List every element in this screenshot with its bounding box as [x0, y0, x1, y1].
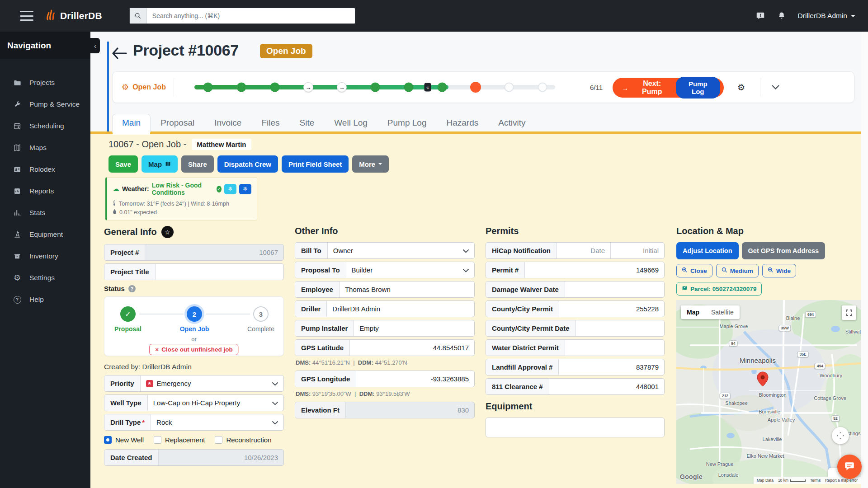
clearance-811-field[interactable]: 811 Clearance # 448001 — [486, 378, 665, 395]
tab-main[interactable]: Main — [112, 114, 151, 132]
step-dot-done[interactable] — [438, 83, 447, 92]
snowflake-badge-blue[interactable]: ❄ — [239, 184, 251, 194]
map-type-satellite-button[interactable]: Satellite — [705, 305, 740, 319]
progress-settings-button[interactable]: ⚙ — [737, 72, 745, 103]
tab-well-log[interactable]: Well Log — [324, 114, 377, 132]
driller-field[interactable]: Driller DrillerDB Admin — [295, 300, 475, 317]
step-dot-done[interactable] — [237, 83, 246, 92]
share-button[interactable]: Share — [181, 155, 214, 173]
scrollbar-track[interactable] — [861, 32, 868, 488]
fullscreen-button[interactable] — [842, 305, 856, 320]
step-dot-skipped[interactable]: → — [303, 82, 313, 92]
step-dot-todo[interactable] — [538, 83, 547, 92]
pump-installer-field[interactable]: Pump Installer Empty — [295, 320, 475, 337]
print-field-sheet-button[interactable]: Print Field Sheet — [282, 155, 349, 173]
chat-launcher-button[interactable] — [837, 455, 862, 479]
brand[interactable]: DrillerDB — [45, 9, 102, 23]
sidebar-item-pump-service[interactable]: Pump & Service — [0, 94, 90, 115]
star-favorite-icon[interactable]: ☆ — [161, 226, 174, 238]
help-icon[interactable]: ? — [128, 285, 136, 292]
priority-select[interactable]: Priority * Emergency — [104, 375, 284, 392]
sidebar-item-equipment[interactable]: Equipment — [0, 224, 90, 245]
calendar-icon — [13, 122, 22, 130]
sidebar-item-settings[interactable]: ⚙ Settings — [0, 267, 90, 289]
step-dot-next[interactable] — [470, 82, 481, 93]
damage-waiver-date-field[interactable]: Damage Waiver Date — [486, 281, 665, 298]
map-marker-pin[interactable] — [757, 371, 769, 389]
report-map-error-link[interactable]: Report a map error — [825, 478, 858, 483]
sidebar-item-rolodex[interactable]: Rolodex — [0, 159, 90, 180]
save-button[interactable]: Save — [108, 155, 138, 173]
county-city-permit-field[interactable]: County/City Permit 255228 — [486, 300, 665, 317]
sidebar-item-inventory[interactable]: Inventory — [0, 245, 90, 267]
tab-proposal[interactable]: Proposal — [151, 114, 204, 132]
step-dot-todo[interactable] — [505, 83, 514, 92]
tab-pump-log[interactable]: Pump Log — [377, 114, 437, 132]
hicap-date-input[interactable]: Date — [557, 243, 610, 258]
parcel-button[interactable]: Parcel: 0502724320079 — [676, 282, 762, 296]
snowflake-badge-cyan[interactable]: ❄ — [224, 184, 236, 194]
step-dot-done[interactable] — [203, 83, 213, 92]
status-step-proposal[interactable]: ✓ — [120, 306, 136, 322]
tab-site[interactable]: Site — [290, 114, 325, 132]
landfill-approval-field[interactable]: Landfill Approval # 837879 — [486, 359, 665, 375]
bell-icon[interactable] — [777, 11, 786, 21]
close-out-job-button[interactable]: × Close out unfinished job — [149, 344, 238, 355]
tab-files[interactable]: Files — [251, 114, 289, 132]
collapse-progress-button[interactable] — [772, 72, 779, 103]
zoom-medium-button[interactable]: Medium — [716, 264, 759, 277]
hamburger-menu-button[interactable] — [20, 11, 33, 21]
gps-latitude-field[interactable]: GPS Latitude 44.8545017 — [295, 339, 475, 356]
search-input[interactable] — [147, 8, 355, 23]
water-district-permit-field[interactable]: Water District Permit — [486, 339, 665, 356]
pan-control-button[interactable] — [832, 427, 849, 444]
gps-longitude-field[interactable]: GPS Longitude -93.3263885 — [295, 371, 475, 387]
back-button[interactable] — [110, 44, 128, 62]
map-button[interactable]: Map — [142, 155, 178, 173]
terms-link[interactable]: Terms — [810, 478, 821, 483]
sidebar-item-help[interactable]: ? Help — [0, 289, 90, 310]
county-city-permit-date-field[interactable]: County/City Permit Date — [486, 320, 665, 337]
bill-to-select[interactable]: Bill To Owner — [295, 242, 475, 259]
sidebar-item-stats[interactable]: Stats — [0, 202, 90, 224]
map-widget[interactable]: Maple Grove Blaine Stillwater Minneapoli… — [676, 300, 861, 484]
sidebar-item-projects[interactable]: Projects — [0, 72, 90, 94]
zoom-close-button[interactable]: Close — [676, 264, 712, 277]
next-step-button[interactable]: → Next: Pump Pump Log — [613, 78, 724, 98]
step-dot-done[interactable] — [371, 83, 380, 92]
get-gps-button[interactable]: Get GPS from Address — [742, 242, 826, 259]
sidebar-item-reports[interactable]: Reports — [0, 180, 90, 202]
step-dot-skipped[interactable]: → — [337, 82, 347, 92]
tab-invoice[interactable]: Invoice — [204, 114, 251, 132]
sidebar-item-scheduling[interactable]: Scheduling — [0, 115, 90, 137]
well-type-select[interactable]: Well Type Low-Cap on Hi-Cap Property — [104, 394, 284, 411]
adjust-location-button[interactable]: Adjust Location — [676, 242, 739, 259]
map-type-map-button[interactable]: Map — [681, 305, 705, 319]
equipment-input[interactable] — [486, 418, 665, 437]
pump-log-pill[interactable]: Pump Log — [676, 77, 720, 99]
chevron-down-icon — [463, 266, 469, 274]
drill-type-select[interactable]: Drill Type* Rock — [104, 414, 284, 431]
feedback-icon[interactable] — [755, 11, 765, 21]
sidebar-collapse-handle[interactable]: ‹ — [90, 38, 100, 53]
employee-field[interactable]: Employee Thomas Brown — [295, 281, 475, 298]
dispatch-crew-button[interactable]: Dispatch Crew — [217, 155, 278, 173]
project-title-input[interactable] — [156, 264, 283, 280]
hicap-initial-input[interactable]: Initial — [610, 243, 664, 258]
status-step-complete[interactable]: 3 — [253, 306, 269, 322]
tab-hazards[interactable]: Hazards — [436, 114, 488, 132]
tab-activity[interactable]: Activity — [488, 114, 535, 132]
user-menu[interactable]: DrillerDB Admin — [798, 12, 855, 20]
zoom-out-icon — [768, 267, 774, 274]
replacement-checkbox[interactable] — [154, 436, 161, 444]
reconstruction-checkbox[interactable] — [215, 436, 222, 444]
more-button[interactable]: More — [352, 155, 389, 173]
zoom-wide-button[interactable]: Wide — [762, 264, 796, 277]
sidebar-item-maps[interactable]: Maps — [0, 137, 90, 159]
status-step-open-job[interactable]: 2 — [187, 306, 202, 322]
proposal-to-select[interactable]: Proposal To Builder — [295, 262, 475, 278]
new-well-checkbox[interactable] — [104, 436, 112, 444]
permit-number-field[interactable]: Permit # 149669 — [486, 262, 665, 278]
step-dot-done[interactable] — [404, 83, 414, 92]
step-dot-done[interactable] — [270, 83, 280, 92]
